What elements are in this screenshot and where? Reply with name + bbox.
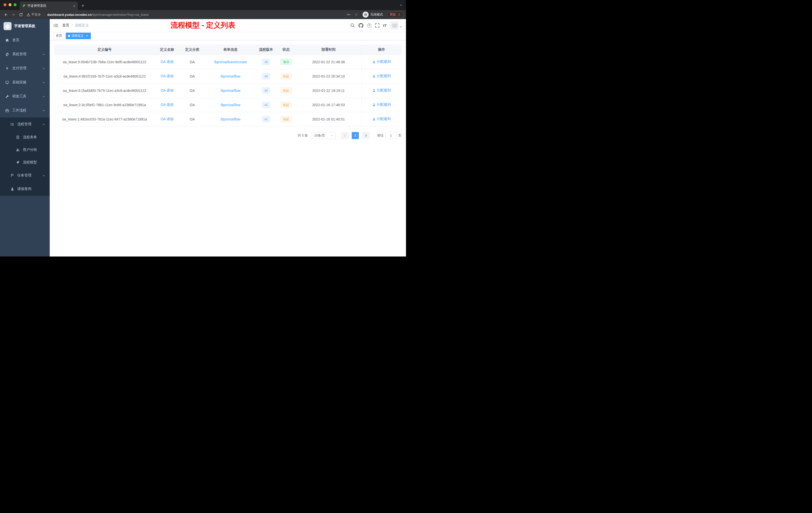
zoom-window-button[interactable] [13, 3, 17, 6]
list-icon [10, 122, 14, 126]
user-avatar-menu[interactable] [390, 21, 402, 29]
page-unit-label: 页 [398, 133, 402, 138]
version-badge: v2 [262, 102, 270, 108]
form-link[interactable]: /bpm/oa/flow [221, 89, 240, 93]
table-row: oa_leave:1:482ec033-762a-11ec-8477-a2380… [54, 112, 402, 126]
password-key-icon[interactable] [346, 11, 352, 18]
breadcrumb-current: 流程定义 [75, 23, 89, 28]
sidebar-item-process-model[interactable]: 流程模型 [0, 156, 50, 169]
url-path: /bpm/manager/definition?key=oa_leave [92, 13, 149, 17]
definition-name-link[interactable]: OA 请假 [161, 88, 174, 92]
close-window-button[interactable] [3, 3, 6, 6]
chevron-down-icon [331, 134, 333, 137]
form-link[interactable]: /bpm/oa/leave/create [214, 60, 247, 64]
next-page-button[interactable] [362, 132, 370, 139]
form-link[interactable]: /bpm/oa/flow [221, 103, 240, 107]
definition-name-link[interactable]: OA 请假 [161, 74, 174, 78]
browser-menu-dots-icon[interactable]: ⋮ [398, 13, 401, 17]
avatar [390, 21, 399, 29]
sidebar-item-label: 任务管理 [17, 173, 31, 178]
browser-tab[interactable]: 芋道管理系统 × [20, 1, 78, 10]
sidebar-item-payment[interactable]: ¥ 支付管理 [0, 61, 50, 75]
chevron-down-icon [42, 67, 45, 70]
prev-page-button[interactable] [341, 132, 348, 139]
sidebar-item-infrastructure[interactable]: 基础设施 [0, 75, 50, 89]
bookmark-star-icon[interactable]: ☆ [353, 11, 359, 18]
sidebar-item-devtools[interactable]: 研发工具 [0, 89, 50, 103]
sidebar-item-label: 用户分组 [23, 148, 37, 152]
github-icon[interactable] [358, 23, 363, 28]
sidebar-item-process-management[interactable]: 流程管理 [0, 117, 50, 131]
assign-rule-link[interactable]: 分配规则 [372, 74, 391, 78]
incognito-indicator: 无痕模式 [362, 11, 383, 18]
col-header-category: 定义分类 [179, 45, 205, 55]
tab-close-icon[interactable]: × [73, 4, 75, 8]
status-badge: 激活 [281, 59, 291, 65]
definition-name-link[interactable]: OA 请假 [161, 117, 174, 121]
security-indicator[interactable]: 不安全 [27, 12, 41, 17]
col-header-deploy-time: 部署时间 [295, 45, 361, 55]
browser-update-button[interactable]: 更新 ⋮ [387, 11, 404, 18]
chevron-down-icon [42, 95, 45, 98]
address-bar[interactable]: dashboard.yudao.iocoder.cn/bpm/manager/d… [47, 13, 345, 17]
sidebar-item-user-group[interactable]: 用户分组 [0, 144, 50, 156]
tag-home[interactable]: 首页 [54, 33, 64, 39]
tag-process-definition[interactable]: 流程定义 × [66, 33, 91, 39]
sidebar-item-leave-query[interactable]: 请假查询 [0, 182, 50, 196]
chevron-down-icon [42, 174, 45, 177]
form-link[interactable]: /bpm/oa/flow [221, 74, 240, 78]
assign-rule-link[interactable]: 分配规则 [372, 117, 391, 121]
version-badge: v3 [262, 87, 270, 94]
incognito-icon [362, 11, 369, 18]
reload-button[interactable] [18, 11, 24, 18]
chevron-down-icon [42, 81, 45, 84]
page-size-select[interactable]: 10条/页 [312, 132, 336, 139]
page-number-1[interactable]: 1 [352, 132, 359, 139]
new-tab-button[interactable]: + [79, 2, 86, 9]
form-link[interactable]: /bpm/oa/flow [221, 117, 240, 121]
assign-rule-link[interactable]: 分配规则 [372, 88, 391, 93]
goto-page-input[interactable] [385, 132, 397, 139]
sidebar-item-system[interactable]: 系统管理 [0, 47, 50, 61]
user-icon [372, 103, 376, 107]
assign-rule-link[interactable]: 分配规则 [372, 59, 391, 64]
definition-name-link[interactable]: OA 请假 [161, 60, 174, 64]
tag-close-icon[interactable]: × [85, 34, 89, 38]
page-size-value: 10条/页 [314, 133, 325, 138]
back-button[interactable] [2, 11, 9, 18]
assign-rule-link[interactable]: 分配规则 [372, 102, 391, 107]
task-flag-icon [10, 174, 14, 177]
form-icon [16, 135, 20, 139]
sidebar-item-workflow[interactable]: 工作流程 [0, 103, 50, 117]
sidebar-logo[interactable]: 芋道管理系统 [0, 19, 50, 33]
tools-icon [5, 95, 9, 98]
sidebar-item-process-form[interactable]: 流程表单 [0, 131, 50, 144]
user-icon [372, 89, 376, 92]
page-content: 定义编号 定义名称 定义分类 表单信息 流程版本 状态 部署时间 操作 oa_l [50, 40, 406, 256]
sidebar-item-task-management[interactable]: 任务管理 [0, 169, 50, 182]
font-size-icon[interactable]: tT [383, 23, 387, 28]
cell-deploy-time: 2022-01-22 20:34:10 [295, 69, 361, 83]
help-icon[interactable]: ? [367, 23, 371, 28]
sidebar-toggle-icon[interactable] [54, 24, 58, 27]
forward-button[interactable] [10, 11, 17, 18]
tag-label: 流程定义 [71, 34, 84, 38]
sidebar-item-home[interactable]: 首页 [0, 33, 50, 47]
tab-strip: 芋道管理系统 × + [0, 0, 406, 10]
sidebar-menu: 首页 系统管理 ¥ 支付管理 [0, 33, 50, 256]
col-header-form: 表单信息 [205, 45, 256, 55]
caret-down-icon [400, 24, 402, 29]
cell-category: OA [179, 83, 205, 98]
minimize-window-button[interactable] [8, 3, 11, 6]
search-icon[interactable] [350, 23, 355, 28]
tab-search-chevron-icon[interactable] [400, 3, 403, 7]
definition-name-link[interactable]: OA 请假 [161, 103, 174, 107]
user-icon [372, 117, 376, 121]
tag-label: 首页 [56, 34, 62, 38]
breadcrumb-home[interactable]: 首页 [62, 23, 69, 28]
sidebar-item-label: 工作流程 [12, 108, 26, 113]
goto-label: 前往 [377, 133, 384, 138]
screen: 芋道管理系统 × + 不安全 | d [0, 0, 406, 256]
fullscreen-icon[interactable] [375, 23, 379, 28]
cell-definition-id: oa_leave:3:1fad3d93-7b75-11ec-a3c8-acde4… [54, 83, 155, 98]
